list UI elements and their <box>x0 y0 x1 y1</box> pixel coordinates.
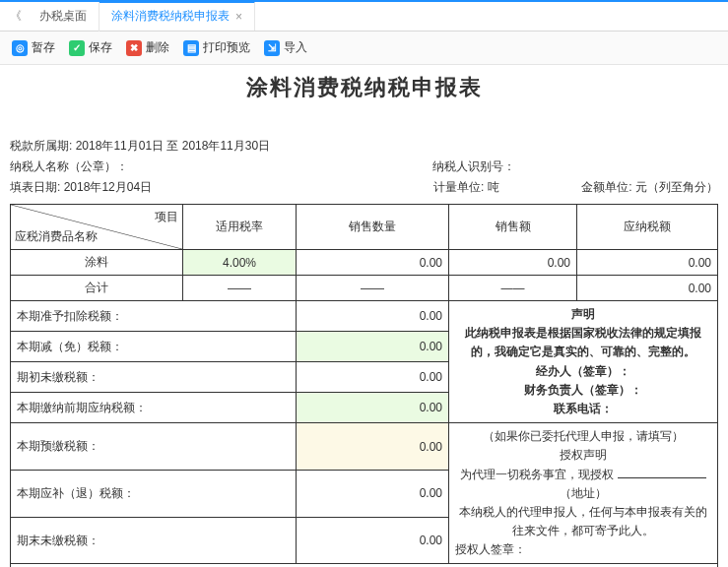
tax-table: 应税消费品名称 项目 适用税率 销售数量 销售额 应纳税额 涂料 4.00% 0… <box>10 204 718 564</box>
meta-period: 税款所属期: 2018年11月01日 至 2018年11月30日 <box>10 138 718 155</box>
page-title: 涂料消费税纳税申报表 <box>10 73 718 102</box>
tab-desktop[interactable]: 办税桌面 <box>28 2 99 32</box>
row-deduct: 本期准予扣除税额： 0.00 声明 此纳税申报表是根据国家税收法律的规定填报的，… <box>11 301 718 332</box>
tabs-scroll-left-icon[interactable]: 《 <box>4 8 28 25</box>
pause-button[interactable]: ◎ 暂存 <box>12 39 55 56</box>
tab-bar: 《 办税桌面 涂料消费税纳税申报表 × <box>0 2 728 32</box>
save-icon: ✓ <box>69 40 85 56</box>
delete-icon: ✖ <box>126 40 142 56</box>
declaration-box: 声明 此纳税申报表是根据国家税收法律的规定填报的，我确定它是真实的、可靠的、完整… <box>449 301 718 423</box>
header-rate: 适用税率 <box>183 205 297 250</box>
print-preview-button[interactable]: ▤ 打印预览 <box>183 39 250 56</box>
agent-box: （如果你已委托代理人申报，请填写） 授权声明 为代理一切税务事宜，现授权 （地址… <box>449 423 718 564</box>
header-tax: 应纳税额 <box>577 205 718 250</box>
header-diagonal: 应税消费品名称 项目 <box>11 205 183 250</box>
toolbar: ◎ 暂存 ✓ 保存 ✖ 删除 ▤ 打印预览 ⇲ 导入 <box>0 32 728 65</box>
close-icon[interactable]: × <box>235 10 242 24</box>
form-content: 涂料消费税纳税申报表 税款所属期: 2018年11月01日 至 2018年11月… <box>0 67 728 567</box>
import-icon: ⇲ <box>264 40 280 56</box>
pause-icon: ◎ <box>12 40 28 56</box>
meta-fill-date: 填表日期: 2018年12月04日 计量单位: 吨 金额单位: 元（列至角分） <box>10 179 718 196</box>
tab-label: 涂料消费税纳税申报表 <box>111 8 230 25</box>
row-coating: 涂料 4.00% 0.00 0.00 0.00 <box>11 250 718 276</box>
header-qty: 销售数量 <box>297 205 449 250</box>
header-sales: 销售额 <box>449 205 577 250</box>
save-button[interactable]: ✓ 保存 <box>69 39 112 56</box>
print-icon: ▤ <box>183 40 199 56</box>
delete-button[interactable]: ✖ 删除 <box>126 39 169 56</box>
tab-label: 办税桌面 <box>39 8 87 25</box>
meta-taxpayer: 纳税人名称（公章）： 纳税人识别号： <box>10 158 718 175</box>
row-prepaid: 本期预缴税额： 0.00 （如果你已委托代理人申报，请填写） 授权声明 为代理一… <box>11 423 718 471</box>
import-button[interactable]: ⇲ 导入 <box>264 39 307 56</box>
agent-blank <box>618 477 706 478</box>
tab-coating-tax-form[interactable]: 涂料消费税纳税申报表 × <box>99 1 255 31</box>
row-total: 合计 —— —— —— 0.00 <box>11 276 718 301</box>
